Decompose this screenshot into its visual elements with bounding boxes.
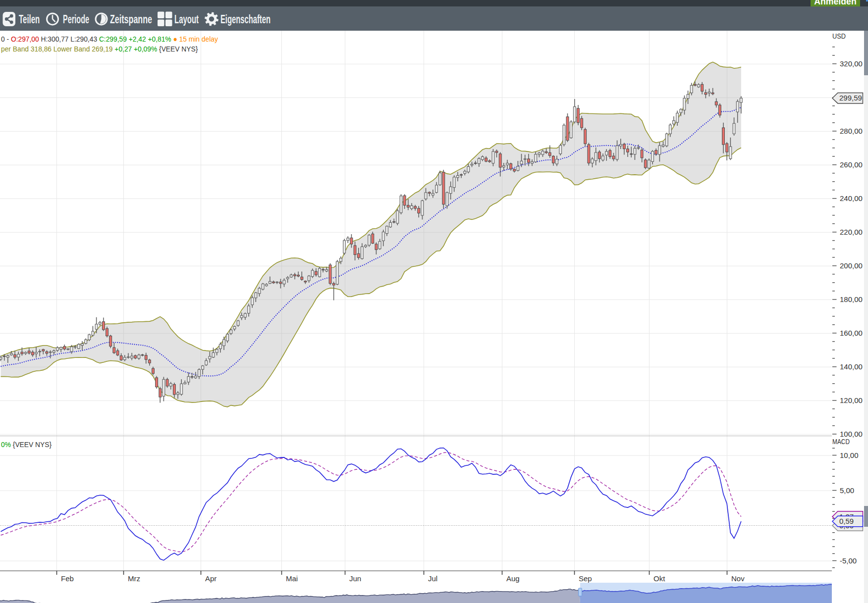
svg-text:280,00: 280,00 [840, 127, 863, 135]
svg-text:160,00: 160,00 [840, 329, 863, 337]
svg-text:120,00: 120,00 [840, 396, 863, 404]
svg-text:220,00: 220,00 [840, 228, 863, 236]
svg-text:USD: USD [832, 32, 846, 40]
svg-text:Aug: Aug [506, 574, 520, 583]
svg-text:Okt: Okt [653, 574, 665, 583]
svg-text:180,00: 180,00 [840, 295, 863, 303]
svg-text:260,00: 260,00 [840, 160, 863, 169]
svg-text:Teilen: Teilen [19, 13, 40, 26]
svg-text:Jul: Jul [428, 574, 437, 583]
svg-text:Eigenschaften: Eigenschaften [220, 13, 271, 26]
svg-text:10,00: 10,00 [840, 451, 859, 459]
svg-text:Mai: Mai [286, 574, 298, 583]
svg-text:Jun: Jun [349, 574, 361, 583]
svg-text:5,00: 5,00 [840, 486, 854, 495]
svg-text:MACD: MACD [832, 437, 850, 446]
svg-text:0% {VEEV NYS}: 0% {VEEV NYS} [1, 440, 52, 449]
svg-text:0,59: 0,59 [839, 517, 854, 525]
svg-text:Apr: Apr [205, 574, 217, 583]
svg-text:299,59: 299,59 [839, 94, 862, 102]
svg-text:Feb: Feb [61, 574, 74, 583]
svg-text:200,00: 200,00 [840, 261, 863, 270]
svg-text:320,00: 320,00 [840, 59, 863, 68]
svg-text:Layout: Layout [174, 13, 199, 26]
svg-text:Mrz: Mrz [128, 574, 140, 583]
svg-text:Sep: Sep [579, 574, 592, 583]
svg-text:240,00: 240,00 [840, 194, 863, 202]
svg-text:Zeitspanne: Zeitspanne [110, 13, 152, 26]
svg-text:Periode: Periode [63, 13, 89, 26]
svg-text:0 - O:297,00 H:300,77 L:290,43: 0 - O:297,00 H:300,77 L:290,43 C:299,59 … [1, 35, 218, 43]
svg-text:Nov: Nov [731, 574, 745, 583]
svg-text:per Band 318,86 Lower Band 269: per Band 318,86 Lower Band 269,19 +0,27 … [1, 45, 198, 53]
svg-text:140,00: 140,00 [840, 362, 863, 371]
svg-text:-5,00: -5,00 [840, 556, 857, 565]
